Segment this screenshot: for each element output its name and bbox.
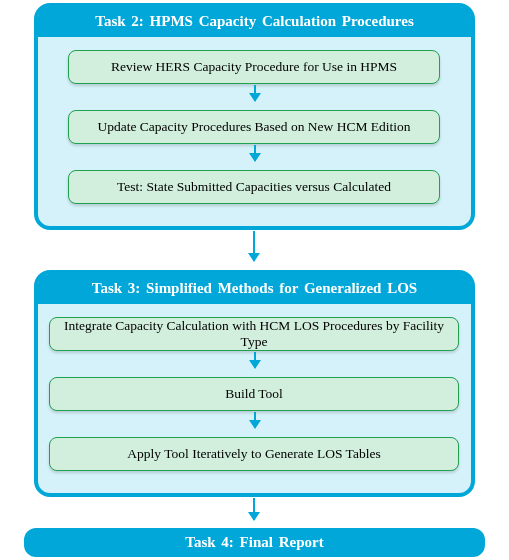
task4-bar: Task 4: Final Report bbox=[24, 528, 485, 557]
arrow-icon bbox=[253, 498, 255, 520]
arrow-icon bbox=[253, 231, 255, 261]
task2-block: Task 2: HPMS Capacity Calculation Proced… bbox=[34, 3, 475, 230]
arrow-icon bbox=[254, 145, 256, 161]
task3-block: Task 3: Simplified Methods for Generaliz… bbox=[34, 270, 475, 497]
arrow-icon bbox=[254, 352, 256, 368]
task2-step-2: Update Capacity Procedures Based on New … bbox=[68, 110, 440, 144]
task2-title: Task 2: HPMS Capacity Calculation Proced… bbox=[38, 7, 471, 37]
task3-step-3: Apply Tool Iteratively to Generate LOS T… bbox=[49, 437, 459, 471]
task3-step-2: Build Tool bbox=[49, 377, 459, 411]
task2-step-3: Test: State Submitted Capacities versus … bbox=[68, 170, 440, 204]
task3-title: Task 3: Simplified Methods for Generaliz… bbox=[38, 274, 471, 304]
task3-step-1: Integrate Capacity Calculation with HCM … bbox=[49, 317, 459, 351]
arrow-icon bbox=[254, 85, 256, 101]
task2-step-1: Review HERS Capacity Procedure for Use i… bbox=[68, 50, 440, 84]
arrow-icon bbox=[254, 412, 256, 428]
